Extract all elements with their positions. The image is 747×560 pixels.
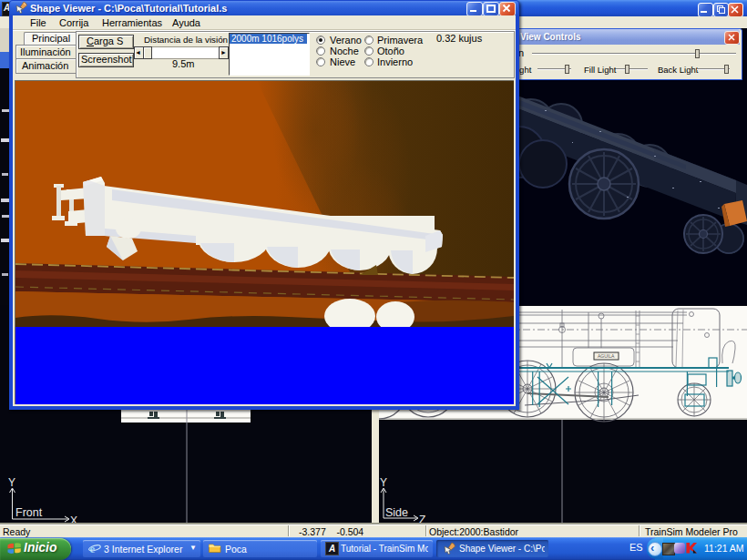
svg-text:Y: Y [8,476,15,489]
svg-text:Front: Front [15,506,43,519]
svg-text:AGUILA: AGUILA [598,353,615,359]
svg-text:X: X [70,514,77,524]
svg-text:Z: Z [419,514,425,524]
svg-text:e: e [90,542,96,555]
svg-text:Y: Y [380,476,387,489]
svg-text:Side: Side [385,506,408,519]
